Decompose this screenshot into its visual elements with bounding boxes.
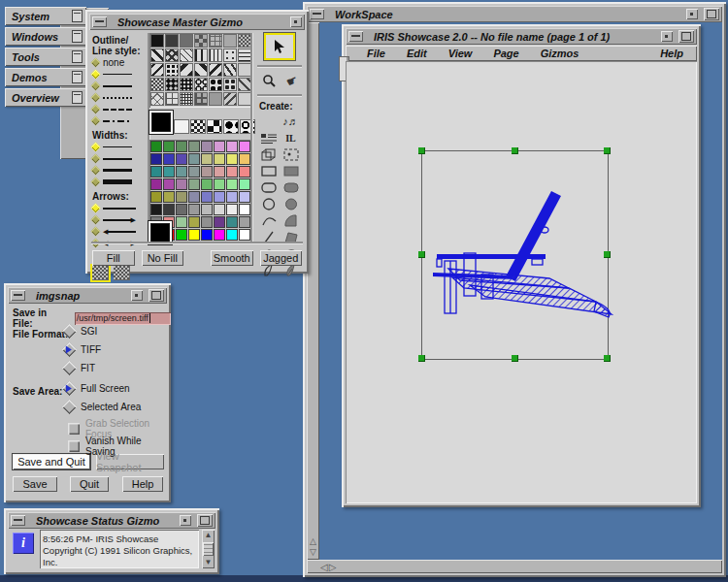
pattern-swatch-diagR[interactable] bbox=[150, 63, 164, 77]
color-swatch[interactable] bbox=[188, 166, 200, 178]
color-swatch[interactable] bbox=[150, 204, 162, 215]
color-swatch[interactable] bbox=[239, 141, 250, 152]
color-swatch[interactable] bbox=[239, 229, 250, 241]
checkbox-icon[interactable] bbox=[68, 423, 80, 435]
color-swatch[interactable] bbox=[201, 204, 213, 215]
pattern-swatch-diagLwide[interactable] bbox=[194, 63, 208, 77]
selection-handle[interactable] bbox=[418, 355, 425, 362]
color-swatch[interactable] bbox=[214, 166, 225, 178]
showcase-titlebar[interactable]: IRIS Showcase 2.0 -- No file name (page … bbox=[346, 28, 697, 45]
status-gizmo-titlebar[interactable]: Showcase Status Gizmo bbox=[8, 512, 215, 529]
color-swatch[interactable] bbox=[226, 166, 238, 178]
pattern-swatch-diagRwide[interactable] bbox=[180, 63, 193, 77]
pattern-swatch-hfine[interactable] bbox=[238, 48, 251, 62]
scroll-left-right-icons[interactable]: ◁▷ bbox=[320, 562, 337, 572]
pattern-swatch-gray55[interactable] bbox=[180, 34, 193, 48]
pattern-swatch-dotmid[interactable] bbox=[223, 78, 237, 91]
color-swatch[interactable] bbox=[239, 216, 250, 228]
color-swatch[interactable] bbox=[163, 178, 175, 190]
color-swatch[interactable] bbox=[239, 191, 250, 203]
imgsnap-titlebar[interactable]: imgsnap bbox=[8, 287, 167, 304]
model-3d-tool[interactable] bbox=[257, 146, 280, 162]
selection-handle[interactable] bbox=[604, 355, 611, 362]
color-swatch[interactable] bbox=[176, 141, 187, 152]
pattern-swatch-boxes[interactable] bbox=[165, 92, 179, 106]
scrollbar-thumb[interactable] bbox=[203, 542, 214, 556]
color-swatch[interactable] bbox=[201, 178, 213, 190]
radio-diamond-icon[interactable] bbox=[62, 400, 78, 415]
pattern-swatch-griddots[interactable] bbox=[180, 78, 193, 91]
status-scrollbar[interactable]: ▲ ▼ bbox=[202, 530, 215, 568]
radio-diamond-icon[interactable] bbox=[91, 204, 101, 213]
pattern-swatch-checksm[interactable] bbox=[190, 119, 206, 134]
radio-diamond-icon[interactable] bbox=[91, 215, 101, 225]
color-swatch[interactable] bbox=[150, 153, 162, 165]
color-swatch[interactable] bbox=[201, 141, 213, 152]
filled-circle-tool[interactable] bbox=[280, 196, 302, 211]
width-option-width-3[interactable] bbox=[92, 165, 147, 176]
color-swatch[interactable] bbox=[176, 166, 187, 178]
arc-tool[interactable] bbox=[257, 212, 280, 228]
color-swatch[interactable] bbox=[201, 216, 213, 228]
minimize-icon[interactable] bbox=[11, 290, 25, 301]
minimize-icon[interactable] bbox=[348, 31, 363, 42]
circle-tool[interactable] bbox=[257, 196, 280, 211]
color-swatch[interactable] bbox=[214, 153, 225, 165]
line-style-option-solid-thin[interactable] bbox=[92, 69, 147, 80]
format-option-fit[interactable]: FIT bbox=[64, 363, 95, 373]
rect-tool[interactable] bbox=[257, 163, 280, 178]
radio-diamond-icon[interactable] bbox=[91, 143, 101, 152]
pattern-swatch-sparse[interactable] bbox=[223, 48, 237, 62]
selection-handle[interactable] bbox=[418, 147, 425, 154]
scroll-up-down-icons[interactable]: △▽ bbox=[307, 536, 319, 558]
color-swatch[interactable] bbox=[214, 216, 225, 228]
line-style-option-dashed[interactable] bbox=[92, 104, 147, 114]
pattern-swatch-diagX[interactable] bbox=[165, 48, 179, 62]
window-menu-icon[interactable] bbox=[131, 290, 143, 301]
toolchest-item-system[interactable]: System bbox=[5, 7, 86, 25]
color-swatch[interactable] bbox=[226, 191, 238, 203]
color-swatch[interactable] bbox=[163, 204, 175, 215]
info-icon[interactable]: i bbox=[13, 533, 34, 554]
pattern-swatch-ringssm[interactable] bbox=[194, 78, 208, 91]
pattern-swatch-vlines[interactable] bbox=[194, 48, 208, 62]
menu-view[interactable]: View bbox=[448, 48, 473, 59]
color-swatch[interactable] bbox=[201, 153, 213, 165]
color-swatch[interactable] bbox=[188, 191, 200, 203]
color-swatch[interactable] bbox=[214, 229, 225, 241]
color-swatch[interactable] bbox=[188, 153, 200, 165]
radio-diamond-icon[interactable] bbox=[91, 178, 101, 187]
selection-handle[interactable] bbox=[604, 147, 611, 154]
width-option-width-2[interactable] bbox=[92, 153, 147, 164]
text-block-tool[interactable] bbox=[257, 130, 280, 146]
color-swatch[interactable] bbox=[176, 191, 187, 203]
toolchest-item-overview[interactable]: Overview bbox=[5, 88, 86, 107]
color-swatch[interactable] bbox=[150, 141, 162, 152]
color-swatch[interactable] bbox=[239, 153, 250, 165]
radio-diamond-icon[interactable] bbox=[62, 324, 78, 340]
radio-diamond-icon[interactable] bbox=[91, 116, 101, 126]
color-swatch[interactable] bbox=[239, 204, 250, 215]
color-swatch[interactable] bbox=[214, 204, 225, 215]
jagged-button[interactable]: Jagged bbox=[260, 250, 303, 266]
checkbox-vanish-while-saving[interactable]: Vanish While Saving bbox=[68, 436, 171, 457]
width-option-width-4[interactable] bbox=[92, 177, 147, 187]
radio-diamond-icon[interactable] bbox=[91, 81, 101, 91]
filled-pie-tool[interactable] bbox=[280, 212, 302, 228]
pattern-swatch-dotdense[interactable] bbox=[165, 78, 179, 91]
workspace-horizontal-scrollbar[interactable]: ◁▷ bbox=[307, 560, 722, 573]
master-gizmo-titlebar[interactable]: Showcase Master Gizmo bbox=[89, 14, 305, 30]
maximize-icon[interactable] bbox=[678, 30, 694, 43]
color-swatch[interactable] bbox=[226, 153, 238, 165]
pattern-swatch-lattice[interactable] bbox=[150, 92, 164, 106]
color-swatch[interactable] bbox=[201, 191, 213, 203]
toolchest-item-tools[interactable]: Tools bbox=[5, 48, 86, 66]
color-swatch[interactable] bbox=[188, 178, 200, 190]
fill-button[interactable]: Fill bbox=[92, 250, 135, 266]
menu-edit[interactable]: Edit bbox=[407, 48, 427, 59]
quit-button[interactable]: Quit bbox=[70, 476, 109, 492]
pattern-swatch-checkmid[interactable] bbox=[194, 34, 208, 48]
color-swatch[interactable] bbox=[176, 216, 187, 228]
line-style-option-dash-dot[interactable] bbox=[92, 115, 147, 126]
pattern-swatch-diagL[interactable] bbox=[150, 48, 164, 62]
